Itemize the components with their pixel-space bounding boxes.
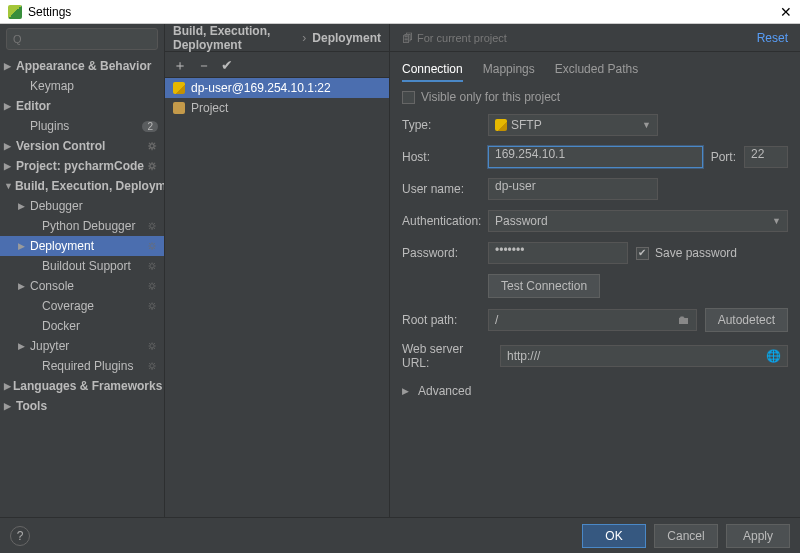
list-item[interactable]: Project — [165, 98, 389, 118]
type-select[interactable]: SFTP ▼ — [488, 114, 658, 136]
chevron-down-icon: ▼ — [772, 216, 781, 226]
auth-select[interactable]: Password ▼ — [488, 210, 788, 232]
close-icon[interactable]: ✕ — [780, 4, 792, 20]
expand-arrow-icon[interactable] — [18, 281, 28, 291]
set-default-button[interactable]: ✔ — [221, 58, 233, 72]
folder-browse-icon[interactable]: 🖿 — [678, 313, 690, 327]
sidebar-item[interactable]: Keymap — [0, 76, 164, 96]
auth-value: Password — [495, 214, 548, 228]
auth-label: Authentication: — [402, 214, 480, 228]
tab-mappings[interactable]: Mappings — [483, 58, 535, 82]
sftp-icon — [495, 119, 507, 131]
root-path-field[interactable]: / 🖿 — [488, 309, 697, 331]
sidebar-item[interactable]: Deployment⛭ — [0, 236, 164, 256]
expand-arrow-icon[interactable] — [18, 241, 28, 251]
expand-arrow-icon[interactable] — [4, 381, 11, 391]
tab-connection[interactable]: Connection — [402, 58, 463, 82]
sidebar-item-label: Docker — [42, 319, 80, 333]
sidebar-item[interactable]: Python Debugger⛭ — [0, 216, 164, 236]
sidebar-item-label: Buildout Support — [42, 259, 131, 273]
breadcrumb-seg-2: Deployment — [312, 31, 381, 45]
sidebar-item-label: Required Plugins — [42, 359, 133, 373]
help-button[interactable]: ? — [10, 526, 30, 546]
test-connection-button[interactable]: Test Connection — [488, 274, 600, 298]
sidebar-item[interactable]: Version Control⛭ — [0, 136, 164, 156]
sidebar-item[interactable]: Coverage⛭ — [0, 296, 164, 316]
window-title: Settings — [28, 5, 71, 19]
expand-arrow-icon[interactable] — [18, 341, 28, 351]
add-button[interactable]: ＋ — [173, 58, 187, 72]
user-field[interactable]: dp-user — [488, 178, 658, 200]
tab-excluded-paths[interactable]: Excluded Paths — [555, 58, 638, 82]
remove-button[interactable]: － — [197, 58, 211, 72]
sidebar-item[interactable]: Jupyter⛭ — [0, 336, 164, 356]
count-badge: 2 — [142, 121, 158, 132]
gear-icon: ⛭ — [147, 340, 158, 352]
sidebar-item-label: Build, Execution, Deployment — [15, 179, 164, 193]
expand-arrow-icon[interactable] — [4, 401, 14, 411]
password-label: Password: — [402, 246, 480, 260]
settings-tree: Appearance & BehaviorKeymapEditorPlugins… — [0, 54, 164, 517]
gear-icon: ⛭ — [147, 360, 158, 372]
port-field[interactable]: 22 — [744, 146, 788, 168]
sidebar-item-label: Jupyter — [30, 339, 69, 353]
sidebar-item[interactable]: Project: pycharmCode⛭ — [0, 156, 164, 176]
sidebar-item[interactable]: Tools — [0, 396, 164, 416]
sidebar-item-label: Version Control — [16, 139, 105, 153]
web-url-value: http:/// — [507, 349, 540, 363]
project-hint-icon: 🗐 — [402, 32, 413, 44]
visible-only-checkbox[interactable] — [402, 91, 415, 104]
sidebar-item-label: Tools — [16, 399, 47, 413]
host-value: 169.254.10.1 — [495, 147, 565, 161]
sidebar-item[interactable]: Appearance & Behavior — [0, 56, 164, 76]
advanced-section-toggle[interactable]: Advanced — [402, 384, 788, 398]
deployment-form: 🗐 For current project Reset Connection M… — [390, 24, 800, 517]
web-url-field[interactable]: http:/// 🌐 — [500, 345, 788, 367]
chevron-down-icon: ▼ — [642, 120, 651, 130]
help-icon-label: ? — [17, 529, 24, 543]
sidebar-item[interactable]: Buildout Support⛭ — [0, 256, 164, 276]
globe-icon[interactable]: 🌐 — [766, 349, 781, 363]
sidebar-item[interactable]: Console⛭ — [0, 276, 164, 296]
host-label: Host: — [402, 150, 480, 164]
sidebar-item-label: Languages & Frameworks — [13, 379, 162, 393]
sidebar-item[interactable]: Build, Execution, Deployment — [0, 176, 164, 196]
save-password-label: Save password — [655, 246, 737, 260]
ok-button[interactable]: OK — [582, 524, 646, 548]
sidebar-item[interactable]: Debugger — [0, 196, 164, 216]
expand-arrow-icon[interactable] — [4, 181, 13, 191]
apply-button[interactable]: Apply — [726, 524, 790, 548]
server-icon — [173, 82, 185, 94]
autodetect-button[interactable]: Autodetect — [705, 308, 788, 332]
password-field[interactable]: ••••••• — [488, 242, 628, 264]
search-input[interactable] — [6, 28, 158, 50]
gear-icon: ⛭ — [147, 160, 158, 172]
deployment-list-pane: Build, Execution, Deployment › Deploymen… — [165, 24, 390, 517]
user-value: dp-user — [495, 179, 536, 193]
sidebar-item[interactable]: Docker — [0, 316, 164, 336]
chevron-right-icon — [402, 386, 412, 396]
sidebar-item[interactable]: Editor — [0, 96, 164, 116]
expand-arrow-icon[interactable] — [4, 101, 14, 111]
sidebar-item[interactable]: Languages & Frameworks — [0, 376, 164, 396]
expand-arrow-icon[interactable] — [4, 61, 14, 71]
sidebar-item-label: Appearance & Behavior — [16, 59, 151, 73]
breadcrumb-seg-1[interactable]: Build, Execution, Deployment — [173, 24, 296, 52]
sidebar-item[interactable]: Plugins2 — [0, 116, 164, 136]
list-item[interactable]: dp-user@169.254.10.1:22 — [165, 78, 389, 98]
app-icon — [8, 5, 22, 19]
save-password-checkbox[interactable] — [636, 247, 649, 260]
expand-arrow-icon[interactable] — [4, 141, 14, 151]
reset-link[interactable]: Reset — [757, 31, 788, 45]
sidebar-item-label: Project: pycharmCode — [16, 159, 144, 173]
type-value: SFTP — [511, 118, 542, 132]
expand-arrow-icon[interactable] — [18, 201, 28, 211]
root-path-value: / — [495, 313, 498, 327]
list-toolbar: ＋ － ✔ — [165, 52, 389, 78]
expand-arrow-icon[interactable] — [4, 161, 14, 171]
visible-only-label: Visible only for this project — [421, 90, 560, 104]
gear-icon: ⛭ — [147, 260, 158, 272]
cancel-button[interactable]: Cancel — [654, 524, 718, 548]
host-field[interactable]: 169.254.10.1 — [488, 146, 703, 168]
sidebar-item[interactable]: Required Plugins⛭ — [0, 356, 164, 376]
